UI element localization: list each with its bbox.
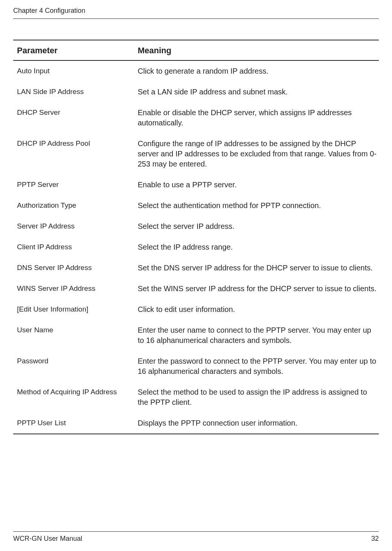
meaning-cell: Select the IP address range. [138, 237, 379, 258]
table-row: Method of Acquiring IP Address Select th… [13, 382, 379, 413]
table-row: LAN Side IP Address Set a LAN side IP ad… [13, 82, 379, 102]
manual-title: WCR-GN User Manual [13, 535, 82, 543]
meaning-cell: Set the DNS server IP address for the DH… [138, 258, 379, 278]
table-row: Password Enter the password to connect t… [13, 351, 379, 382]
meaning-cell: Select the authentication method for PPT… [138, 195, 379, 216]
page-footer: WCR-GN User Manual 32 [13, 531, 379, 543]
meaning-cell: Enable to use a PPTP server. [138, 174, 379, 195]
parameter-cell: [Edit User Information] [13, 299, 138, 320]
parameter-cell: PPTP User List [13, 413, 138, 434]
parameter-cell: DHCP IP Address Pool [13, 133, 138, 174]
header-meaning: Meaning [138, 40, 379, 60]
table-row: User Name Enter the user name to connect… [13, 320, 379, 351]
parameter-cell: Client IP Address [13, 237, 138, 258]
parameter-cell: DNS Server IP Address [13, 258, 138, 278]
page-header: Chapter 4 Configuration [13, 0, 379, 19]
parameter-cell: Auto Input [13, 60, 138, 82]
meaning-cell: Click to edit user information. [138, 299, 379, 320]
table-row: PPTP Server Enable to use a PPTP server. [13, 174, 379, 195]
table-row: WINS Server IP Address Set the WINS serv… [13, 278, 379, 299]
parameter-cell: Password [13, 351, 138, 382]
meaning-cell: Set the WINS server IP address for the D… [138, 278, 379, 299]
table-row: DHCP Server Enable or disable the DHCP s… [13, 102, 379, 133]
parameter-cell: Method of Acquiring IP Address [13, 382, 138, 413]
meaning-cell: Displays the PPTP connection user inform… [138, 413, 379, 434]
table-row: Auto Input Click to generate a random IP… [13, 60, 379, 82]
meaning-cell: Set a LAN side IP address and subnet mas… [138, 82, 379, 102]
parameter-cell: WINS Server IP Address [13, 278, 138, 299]
table-row: DNS Server IP Address Set the DNS server… [13, 258, 379, 278]
parameter-cell: Server IP Address [13, 216, 138, 237]
meaning-cell: Enter the password to connect to the PPT… [138, 351, 379, 382]
table-header-row: Parameter Meaning [13, 40, 379, 60]
chapter-title: Chapter 4 Configuration [13, 7, 85, 14]
table-row: Server IP Address Select the server IP a… [13, 216, 379, 237]
table-row: PPTP User List Displays the PPTP connect… [13, 413, 379, 434]
meaning-cell: Click to generate a random IP address. [138, 60, 379, 82]
parameter-cell: DHCP Server [13, 102, 138, 133]
table-row: Authorization Type Select the authentica… [13, 195, 379, 216]
table-row: DHCP IP Address Pool Configure the range… [13, 133, 379, 174]
parameter-cell: User Name [13, 320, 138, 351]
table-row: Client IP Address Select the IP address … [13, 237, 379, 258]
parameter-table: Parameter Meaning Auto Input Click to ge… [13, 40, 379, 434]
meaning-cell: Enter the user name to connect to the PP… [138, 320, 379, 351]
header-parameter: Parameter [13, 40, 138, 60]
table-row: [Edit User Information] Click to edit us… [13, 299, 379, 320]
parameter-cell: PPTP Server [13, 174, 138, 195]
meaning-cell: Select the server IP address. [138, 216, 379, 237]
meaning-cell: Enable or disable the DHCP server, which… [138, 102, 379, 133]
meaning-cell: Select the method to be used to assign t… [138, 382, 379, 413]
page-number: 32 [371, 535, 379, 543]
parameter-cell: LAN Side IP Address [13, 82, 138, 102]
main-content: Parameter Meaning Auto Input Click to ge… [13, 40, 379, 434]
parameter-cell: Authorization Type [13, 195, 138, 216]
meaning-cell: Configure the range of IP addresses to b… [138, 133, 379, 174]
